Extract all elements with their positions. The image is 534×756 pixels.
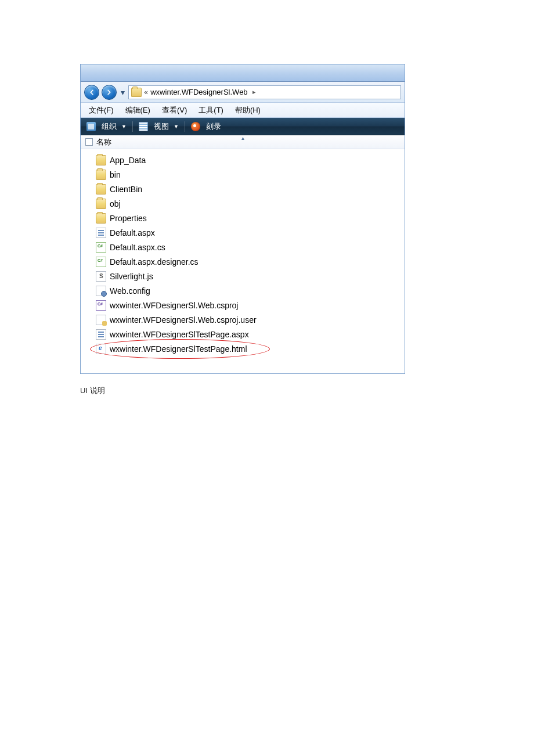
folder-icon: [131, 88, 142, 97]
explorer-window: ▾ « wxwinter.WFDesignerSl.Web ▸ 文件(F) 编辑…: [80, 64, 405, 374]
view-button[interactable]: 视图: [154, 121, 169, 132]
back-button[interactable]: [84, 85, 99, 100]
file-name: App_Data: [110, 156, 146, 165]
folder-icon: [96, 155, 106, 165]
file-name: bin: [110, 170, 121, 179]
file-list: App_DatabinClientBinobjPropertiesDefault…: [81, 149, 405, 373]
folder-icon: [96, 170, 106, 180]
config-icon: [96, 286, 106, 296]
folder-icon: [96, 213, 106, 224]
html-icon: [96, 344, 106, 354]
file-row[interactable]: Web.config: [88, 283, 405, 298]
forward-button[interactable]: [102, 85, 117, 100]
column-header-name[interactable]: 名称: [96, 137, 111, 147]
select-all-checkbox[interactable]: [85, 138, 93, 146]
file-row[interactable]: wxwinter.WFDesignerSlTestPage.html: [88, 341, 405, 356]
aspx-icon: [96, 228, 106, 238]
organize-icon: [86, 122, 96, 131]
separator: [185, 121, 185, 132]
file-row[interactable]: obj: [88, 196, 405, 211]
file-row[interactable]: ClientBin: [88, 182, 405, 196]
breadcrumb-folder[interactable]: wxwinter.WFDesignerSl.Web: [150, 88, 247, 96]
nav-history-dropdown[interactable]: ▾: [119, 88, 126, 96]
file-name: Default.aspx.cs: [110, 243, 165, 252]
separator: [132, 121, 133, 132]
arrow-right-icon: [105, 88, 113, 96]
cs-icon: [96, 242, 106, 253]
file-name: Silverlight.js: [110, 272, 153, 281]
folder-icon: [96, 184, 106, 195]
menu-edit[interactable]: 编辑(E): [120, 104, 156, 117]
breadcrumb-overflow[interactable]: «: [144, 88, 148, 96]
user-icon: [96, 315, 106, 325]
file-name: wxwinter.WFDesignerSlTestPage.html: [110, 344, 247, 354]
chevron-down-icon[interactable]: ▼: [121, 124, 127, 129]
arrow-left-icon: [88, 88, 96, 96]
command-toolbar: 组织 ▼ 视图 ▼ 刻录: [81, 118, 405, 135]
navigation-bar: ▾ « wxwinter.WFDesignerSl.Web ▸: [81, 82, 405, 103]
file-row[interactable]: Silverlight.js: [88, 269, 405, 283]
address-bar[interactable]: « wxwinter.WFDesignerSl.Web ▸: [128, 85, 401, 99]
chevron-down-icon[interactable]: ▼: [174, 124, 179, 129]
menu-view[interactable]: 查看(V): [156, 104, 193, 117]
breadcrumb-arrow-icon[interactable]: ▸: [252, 88, 256, 96]
file-name: ClientBin: [110, 185, 142, 194]
file-row[interactable]: wxwinter.WFDesignerSl.Web.csproj: [88, 298, 405, 312]
file-name: wxwinter.WFDesignerSl.Web.csproj.user: [110, 315, 257, 325]
menu-file[interactable]: 文件(F): [83, 104, 120, 117]
file-row[interactable]: Default.aspx.designer.cs: [88, 254, 405, 269]
file-row[interactable]: Default.aspx.cs: [88, 240, 405, 254]
burn-icon: [191, 122, 200, 131]
csproj-icon: [96, 300, 106, 311]
caption-text: UI 说明: [80, 386, 534, 396]
js-icon: [96, 271, 106, 282]
titlebar[interactable]: [81, 64, 405, 82]
file-name: Properties: [110, 214, 147, 223]
file-name: Web.config: [110, 286, 150, 296]
organize-button[interactable]: 组织: [102, 121, 117, 132]
cs-icon: [96, 257, 106, 267]
aspx-icon: [96, 329, 106, 340]
file-row[interactable]: bin: [88, 167, 405, 182]
column-header-row: ▴ 名称: [81, 135, 405, 149]
file-name: wxwinter.WFDesignerSlTestPage.aspx: [110, 330, 249, 339]
burn-button[interactable]: 刻录: [206, 121, 221, 132]
file-row[interactable]: Default.aspx: [88, 225, 405, 240]
menu-bar: 文件(F) 编辑(E) 查看(V) 工具(T) 帮助(H): [81, 103, 405, 118]
file-name: Default.aspx: [110, 228, 155, 237]
view-icon: [139, 122, 148, 131]
file-row[interactable]: wxwinter.WFDesignerSl.Web.csproj.user: [88, 312, 405, 327]
file-name: Default.aspx.designer.cs: [110, 257, 199, 267]
folder-icon: [96, 199, 106, 209]
file-row[interactable]: Properties: [88, 211, 405, 225]
file-row[interactable]: wxwinter.WFDesignerSlTestPage.aspx: [88, 327, 405, 341]
file-name: obj: [110, 199, 121, 208]
file-row[interactable]: App_Data: [88, 153, 405, 167]
menu-help[interactable]: 帮助(H): [229, 104, 266, 117]
sort-indicator-icon: ▴: [241, 135, 244, 141]
menu-tools[interactable]: 工具(T): [193, 104, 229, 117]
file-name: wxwinter.WFDesignerSl.Web.csproj: [110, 301, 238, 310]
